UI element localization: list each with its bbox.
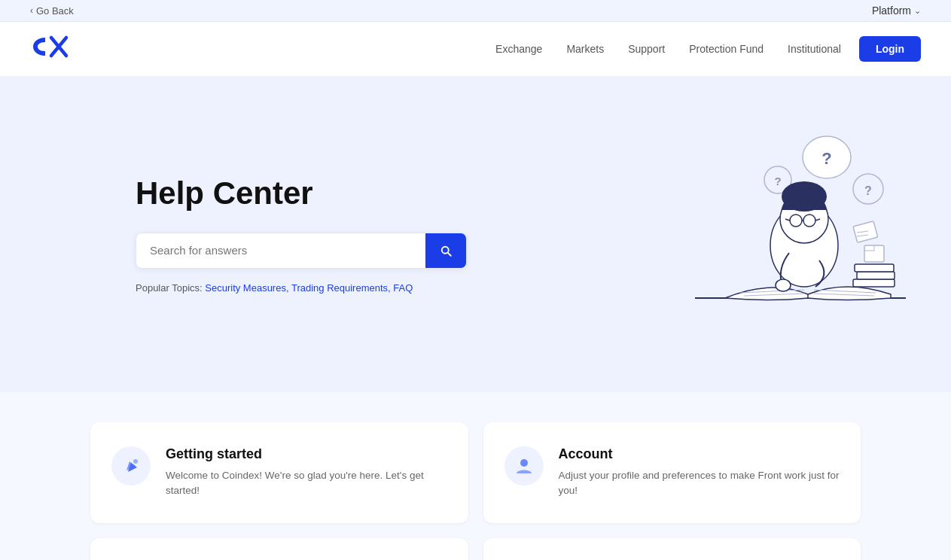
login-button[interactable]: Login [859,36,921,62]
cards-section: Getting started Welcome to Coindex! We'r… [0,392,951,560]
popular-topics: Popular Topics: Security Measures, Tradi… [136,282,467,294]
card-title-account: Account [559,446,840,462]
svg-point-30 [133,459,138,464]
svg-point-31 [520,459,528,467]
card-data-security[interactable]: Data security Detailed information on ho… [90,538,468,561]
svg-point-22 [776,279,791,291]
svg-rect-23 [853,279,895,287]
go-back-link[interactable]: ‹ Go Back [30,5,74,17]
topic-security[interactable]: Security Measures, [205,282,288,294]
card-getting-started[interactable]: Getting started Welcome to Coindex! We'r… [90,422,468,523]
search-input[interactable] [136,233,425,267]
svg-rect-25 [855,264,894,272]
platform-label: Platform [872,5,911,17]
topic-faq[interactable]: FAQ [393,282,413,294]
card-desc-getting-started: Welcome to Coindex! We're so glad you're… [166,468,447,499]
question-mark-3: ? [853,174,883,204]
svg-rect-24 [857,272,895,279]
nav-markets[interactable]: Markets [566,43,604,55]
svg-text:?: ? [864,184,872,197]
search-icon [439,244,453,257]
platform-chevron-icon: ⌄ [914,6,921,16]
search-button[interactable] [425,233,466,268]
nav-protection-fund[interactable]: Protection Fund [689,43,764,55]
svg-text:?: ? [821,149,831,168]
back-chevron-icon: ‹ [30,5,33,16]
svg-point-16 [782,181,827,212]
topic-trading[interactable]: Trading Requirements, [291,282,391,294]
svg-rect-26 [853,221,878,242]
popular-label: Popular Topics: [136,282,203,294]
card-icon-getting-started [111,446,151,485]
logo-text [30,33,69,65]
card-text-getting-started: Getting started Welcome to Coindex! We'r… [166,446,447,499]
navbar: Exchange Markets Support Protection Fund… [0,22,951,76]
question-mark-1: ? [803,136,851,178]
card-account[interactable]: Account Adjust your profile and preferen… [483,422,861,523]
go-back-label: Go Back [36,5,74,17]
hero-title: Help Center [136,175,467,212]
nav-links: Exchange Markets Support Protection Fund… [495,43,841,55]
card-market[interactable]: Market Some further explanation on when … [483,538,861,561]
nav-support[interactable]: Support [628,43,665,55]
card-title-getting-started: Getting started [166,446,447,462]
card-text-account: Account Adjust your profile and preferen… [559,446,840,499]
hero-content: Help Center Popular Topics: Security Mea… [136,175,467,294]
hero-illustration: ? ? ? [620,121,921,347]
card-desc-account: Adjust your profile and preferences to m… [559,468,840,499]
hero-section: Help Center Popular Topics: Security Mea… [0,76,951,392]
platform-dropdown[interactable]: Platform ⌄ [872,5,921,17]
nav-institutional[interactable]: Institutional [788,43,841,55]
card-icon-account [504,446,544,485]
logo[interactable] [30,33,69,65]
search-bar [136,233,467,269]
nav-exchange[interactable]: Exchange [495,43,542,55]
svg-text:?: ? [774,175,781,187]
